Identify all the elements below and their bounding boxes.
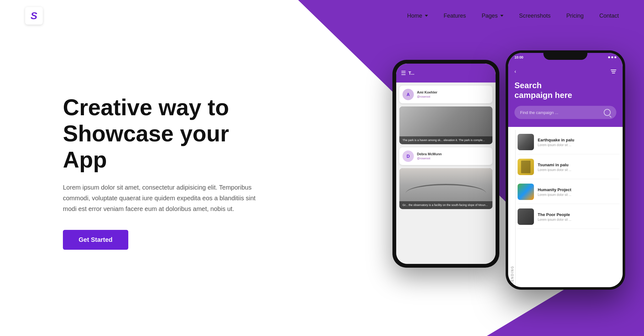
nav-item-contact[interactable]: Contact: [599, 13, 619, 19]
front-body: TRENDING Earthquake in palu Lorem ipsum …: [508, 127, 623, 287]
campaign-thumb-tsunami: [518, 159, 534, 175]
filter-icon[interactable]: [611, 70, 616, 73]
search-title: Search campaign here: [514, 81, 616, 100]
search-placeholder: Find the campaign ...: [520, 110, 558, 115]
chevron-down-icon: [500, 15, 503, 17]
campaign-thumb-poor: [518, 208, 534, 225]
trending-bar: [515, 130, 516, 284]
back-phone-tab-label: T...: [408, 71, 414, 76]
hero-section: Creative way to Showcase your App Lorem …: [0, 31, 644, 336]
avatar-2: D: [402, 151, 414, 162]
campaign-item-earthquake[interactable]: Earthquake in palu Lorem ipsum dolor sit…: [518, 130, 619, 154]
search-icon: [604, 109, 611, 116]
campaign-name: Earthquake in palu: [538, 138, 619, 142]
nav-item-home[interactable]: Home: [407, 13, 428, 19]
campaign-desc: Lorem ipsum dolor sit ...: [538, 143, 619, 147]
chevron-down-icon: [425, 15, 428, 17]
image-overlay-1: The park is a haven among sk... elevatio…: [399, 136, 492, 144]
get-started-button[interactable]: Get Started: [63, 230, 128, 250]
back-top-bar: ☰ T...: [396, 64, 496, 83]
hero-description: Lorem ipsum dolor sit amet, consectetur …: [63, 182, 258, 214]
hero-content: Creative way to Showcase your App Lorem …: [63, 57, 277, 250]
card-text-2: Debra McMunn @roseroot: [417, 152, 442, 161]
campaign-list: Earthquake in palu Lorem ipsum dolor sit…: [508, 127, 623, 287]
status-icons: [608, 56, 616, 58]
nav-links: Home Features Pages Screenshots Pricing …: [407, 13, 619, 19]
campaign-desc: Lorem ipsum dolor sit ...: [538, 218, 619, 221]
campaign-info-tsunami: Tsunami in palu Lorem ipsum dolor sit ..…: [538, 162, 619, 172]
status-time: 10:00: [514, 55, 523, 59]
campaign-name: Humanity Project: [538, 187, 619, 192]
nav-item-features[interactable]: Features: [444, 13, 466, 19]
back-image-card-1: The park is a haven among sk... elevatio…: [399, 106, 492, 144]
nav-item-pages[interactable]: Pages: [482, 13, 503, 19]
campaign-info-earthquake: Earthquake in palu Lorem ipsum dolor sit…: [538, 138, 619, 147]
campaign-name: The Poor People: [538, 212, 619, 217]
phone-front: 10:00 ‹: [506, 50, 625, 290]
trending-label: TRENDING: [511, 127, 514, 287]
phone-back: ☰ T... A Ami Koehler @roseroot: [392, 60, 499, 268]
filter-line-3: [612, 73, 615, 73]
front-header: ‹ Search campaign here Fi: [508, 59, 623, 127]
front-screen: 10:00 ‹: [508, 53, 623, 287]
nav-item-screenshots[interactable]: Screenshots: [519, 13, 551, 19]
top-row: ‹: [514, 69, 616, 74]
signal-icon: [608, 56, 610, 58]
card-text-1: Ami Koehler @roseroot: [417, 90, 437, 99]
filter-line-1: [611, 70, 616, 70]
back-user-card-2: D Debra McMunn @roseroot: [399, 147, 492, 165]
campaign-thumb-earthquake: [518, 134, 534, 150]
battery-icon: [614, 56, 616, 58]
campaign-desc: Lorem ipsum dolor sit ...: [538, 193, 619, 196]
hero-title: Creative way to Showcase your App: [63, 94, 277, 173]
menu-icon: ☰: [401, 70, 406, 77]
campaign-desc: Lorem ipsum dolor sit ...: [538, 168, 619, 172]
filter-line-2: [611, 71, 616, 72]
back-screen-content: ☰ T... A Ami Koehler @roseroot: [396, 64, 496, 264]
back-button[interactable]: ‹: [514, 69, 516, 74]
campaign-item-tsunami[interactable]: Tsunami in palu Lorem ipsum dolor sit ..…: [518, 155, 619, 179]
avatar-1: A: [402, 89, 414, 100]
image-overlay-2: Gr... the observatory is a facility on t…: [399, 201, 492, 209]
phone-front-screen: 10:00 ‹: [508, 53, 623, 287]
logo[interactable]: S: [25, 7, 43, 25]
phone-notch: [543, 50, 587, 60]
phones-container: ☰ T... A Ami Koehler @roseroot: [386, 50, 625, 334]
logo-icon: S: [25, 7, 43, 25]
campaign-name: Tsunami in palu: [538, 162, 619, 167]
wifi-icon: [611, 56, 613, 58]
campaign-info-poor: The Poor People Lorem ipsum dolor sit ..…: [538, 212, 619, 221]
phone-back-screen: ☰ T... A Ami Koehler @roseroot: [396, 64, 496, 264]
campaign-info-humanity: Humanity Project Lorem ipsum dolor sit .…: [538, 187, 619, 196]
campaign-item-poor[interactable]: The Poor People Lorem ipsum dolor sit ..…: [518, 205, 619, 229]
back-image-card-2: Gr... the observatory is a facility on t…: [399, 168, 492, 209]
campaign-thumb-humanity: [518, 184, 534, 200]
nav-item-pricing[interactable]: Pricing: [566, 13, 584, 19]
navbar: S Home Features Pages Screenshots Pricin…: [0, 0, 644, 31]
back-user-card-1: A Ami Koehler @roseroot: [399, 86, 492, 103]
search-box[interactable]: Find the campaign ...: [514, 106, 616, 119]
campaign-item-humanity[interactable]: Humanity Project Lorem ipsum dolor sit .…: [518, 180, 619, 204]
